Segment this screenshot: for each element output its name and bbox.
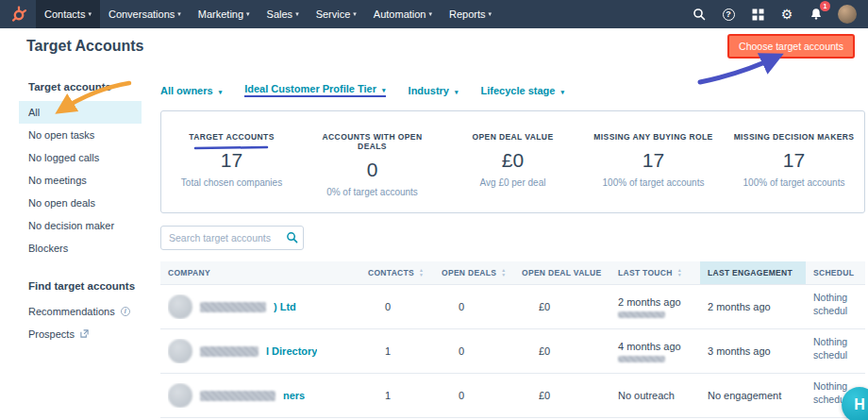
table-row[interactable]: ) Ltd 0 0 £0 2 months ago 2 months ago N…	[160, 285, 865, 329]
search-icon[interactable]	[286, 230, 298, 247]
search-input[interactable]	[160, 226, 304, 250]
stat-label: MISSING ANY BUYING ROLE	[589, 132, 718, 142]
stat-value: 17	[589, 149, 718, 172]
sort-icon[interactable]: ▲▼	[501, 268, 506, 277]
topnav-right-tools: ? ⚙ 1	[692, 5, 857, 24]
company-cell: l Directory	[160, 329, 360, 374]
page-header: Target Accounts Choose target accounts	[0, 28, 868, 64]
last-touch-cell: 4 months ago	[610, 329, 700, 374]
notifications-bell-icon[interactable]: 1	[809, 7, 824, 22]
top-navigation: Contacts ▾ Conversations ▾ Marketing ▾ S…	[0, 0, 868, 28]
table-header-row: COMPANY CONTACTS ▲▼ OPEN DEALS ▲▼ OPEN D…	[160, 261, 865, 285]
sidebar-item-label: Blockers	[28, 243, 68, 254]
sidebar-item-no-open-tasks[interactable]: No open tasks	[19, 124, 142, 146]
stat-missing-any-buying-role: MISSING ANY BUYING ROLE 17 100% of targe…	[583, 132, 724, 197]
filter-label: Industry	[409, 85, 449, 96]
column-header-scheduled[interactable]: SCHEDUL ▲▼	[806, 261, 865, 285]
column-header-last-touch[interactable]: LAST TOUCH ▲▼	[610, 261, 700, 285]
sidebar-item-no-meetings[interactable]: No meetings	[19, 169, 142, 192]
nav-item-label: Service	[316, 8, 351, 20]
search-target-accounts	[160, 226, 304, 250]
column-header-last-engagement[interactable]: LAST ENGAGEMENT ▼ i	[700, 261, 806, 285]
filter-label: Ideal Customer Profile Tier	[244, 83, 376, 94]
sidebar-item-prospects[interactable]: Prospects	[19, 323, 142, 345]
target-accounts-table: COMPANY CONTACTS ▲▼ OPEN DEALS ▲▼ OPEN D…	[160, 261, 865, 420]
notification-count-badge: 1	[820, 1, 830, 11]
sidebar-item-label: No meetings	[28, 175, 87, 186]
nav-item-automation[interactable]: Automation ▾	[365, 0, 441, 28]
nav-item-conversations[interactable]: Conversations ▾	[100, 0, 190, 28]
open-deal-value-cell: £0	[514, 285, 610, 329]
stat-subtext: Total chosen companies	[167, 177, 296, 188]
nav-item-contacts[interactable]: Contacts ▾	[36, 0, 100, 28]
column-header-contacts[interactable]: CONTACTS ▲▼	[360, 261, 434, 285]
company-link[interactable]: l Directory	[266, 345, 317, 357]
nav-item-reports[interactable]: Reports ▾	[441, 0, 500, 28]
hubspot-sprocket-logo-icon[interactable]	[9, 5, 28, 24]
search-icon[interactable]	[692, 7, 707, 22]
sidebar-item-label: No open deals	[28, 197, 95, 209]
page: Contacts ▾ Conversations ▾ Marketing ▾ S…	[0, 0, 868, 420]
stat-value: 17	[729, 149, 859, 172]
chevron-down-icon: ▾	[489, 10, 492, 18]
stat-label: ACCOUNTS WITH OPEN DEALS	[308, 132, 437, 151]
choose-target-accounts-button[interactable]: Choose target accounts	[727, 34, 855, 59]
filter-lifecycle-stage[interactable]: Lifecycle stage ▾	[481, 85, 564, 96]
help-icon[interactable]: ?	[721, 7, 736, 22]
company-avatar	[168, 294, 192, 319]
user-avatar[interactable]	[838, 5, 857, 24]
scheduled-cell: Nothing schedul	[806, 285, 865, 329]
column-header-open-deals[interactable]: OPEN DEALS ▲▼	[434, 261, 514, 285]
gear-glyph: ⚙	[781, 8, 793, 21]
company-avatar	[168, 383, 192, 408]
open-deals-cell: 0	[434, 329, 514, 374]
column-label: OPEN DEAL VALUE	[522, 268, 601, 277]
column-label: SCHEDUL	[813, 268, 854, 277]
filter-ideal-customer-profile-tier[interactable]: Ideal Customer Profile Tier ▾	[244, 83, 385, 97]
column-label: OPEN DEALS	[442, 268, 496, 277]
column-header-company[interactable]: COMPANY	[160, 261, 360, 285]
column-header-open-deal-value[interactable]: OPEN DEAL VALUE ▲▼	[514, 261, 610, 285]
chevron-down-icon: ▾	[455, 89, 459, 95]
marketplace-grid-icon[interactable]	[750, 7, 765, 22]
filter-industry[interactable]: Industry ▾	[409, 85, 459, 96]
help-beacon-button[interactable]: H	[842, 387, 868, 420]
chevron-down-icon: ▾	[88, 10, 92, 18]
column-label: LAST TOUCH	[618, 268, 673, 277]
stat-value: £0	[448, 149, 577, 172]
filter-all-owners[interactable]: All owners ▾	[160, 85, 222, 96]
sort-icon[interactable]: ▲▼	[677, 268, 682, 277]
stat-subtext: 0% of target accounts	[308, 187, 437, 197]
last-engagement-cell: 3 months ago	[700, 329, 806, 374]
nav-item-label: Conversations	[108, 8, 175, 20]
nav-item-service[interactable]: Service ▾	[308, 0, 365, 28]
sidebar-item-no-decision-maker[interactable]: No decision maker	[19, 214, 142, 237]
stat-value: 17	[167, 149, 296, 172]
open-deals-cell: 0	[434, 374, 514, 418]
sidebar-item-blockers[interactable]: Blockers	[19, 237, 142, 260]
company-link[interactable]: ) Ltd	[274, 301, 296, 312]
company-link[interactable]: ners	[283, 390, 305, 401]
sidebar-item-recommendations[interactable]: Recommendations i	[19, 300, 142, 323]
sidebar-item-no-open-deals[interactable]: No open deals	[19, 192, 142, 214]
nav-item-marketing[interactable]: Marketing ▾	[190, 0, 259, 28]
column-label: COMPANY	[168, 268, 210, 277]
column-label: LAST ENGAGEMENT	[708, 268, 793, 277]
sidebar-item-all[interactable]: All	[19, 101, 142, 124]
redacted-company-name	[200, 302, 266, 312]
table-row[interactable]: ners 1 0 £0 No outreach No engagement No…	[160, 374, 865, 418]
sidebar-section-title: Target accounts	[0, 81, 142, 101]
redacted-detail	[618, 356, 665, 362]
sidebar-item-no-logged-calls[interactable]: No logged calls	[19, 146, 142, 169]
contacts-cell: 1	[360, 329, 434, 374]
nav-item-sales[interactable]: Sales ▾	[259, 0, 308, 28]
settings-gear-icon[interactable]: ⚙	[779, 7, 794, 22]
sort-descending-icon[interactable]: ▼	[797, 270, 798, 277]
table-row[interactable]: l Directory 1 0 £0 4 months ago 3 months…	[160, 329, 865, 374]
sidebar-section-title: Find target accounts	[0, 280, 142, 300]
stat-subtext: Avg £0 per deal	[448, 177, 577, 188]
sort-icon[interactable]: ▲▼	[419, 268, 424, 277]
sidebar-item-label: No decision maker	[28, 220, 114, 231]
last-touch-text: 2 months ago	[618, 296, 693, 308]
company-cell: ) Ltd	[160, 285, 360, 329]
